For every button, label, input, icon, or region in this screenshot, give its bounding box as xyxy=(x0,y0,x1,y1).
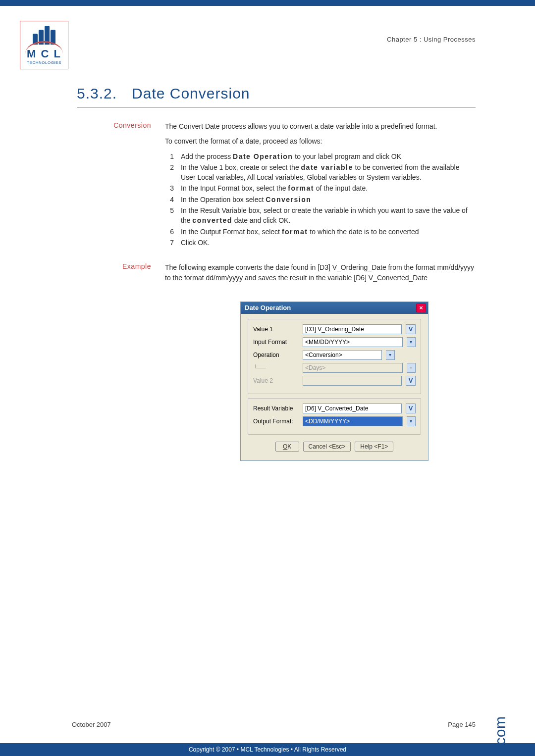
footer-date: October 2007 xyxy=(72,721,111,728)
label-operation: Operation xyxy=(253,352,299,358)
label-days-connector: └── xyxy=(253,364,299,371)
label-value1: Value 1 xyxy=(253,326,299,333)
step-emphasis: Conversion xyxy=(266,196,311,203)
section-number: 5.3.2. xyxy=(77,85,117,102)
step-text: In the Input Format box, select the form… xyxy=(181,183,476,193)
label-input-format: Input Format xyxy=(253,339,299,346)
dialog-title: Date Operation xyxy=(245,304,291,311)
step-number: 6 xyxy=(165,227,174,237)
input-format-select[interactable] xyxy=(303,337,403,347)
cancel-button[interactable]: Cancel <Esc> xyxy=(303,442,351,452)
step-item: 1Add the process Date Operation to your … xyxy=(165,151,476,161)
help-button[interactable]: Help <F1> xyxy=(355,442,393,452)
footer-page: Page 145 xyxy=(448,721,476,728)
chevron-down-icon: ▾ xyxy=(407,363,416,373)
variable-picker-button[interactable]: V xyxy=(406,324,416,334)
step-item: 3In the Input Format box, select the for… xyxy=(165,183,476,193)
days-select xyxy=(303,363,403,373)
result-variable-input[interactable] xyxy=(303,403,402,413)
operation-select[interactable] xyxy=(303,350,382,360)
step-number: 7 xyxy=(165,238,174,248)
step-emphasis: format xyxy=(282,228,308,236)
chapter-header: Chapter 5 : Using Processes xyxy=(387,36,476,43)
step-number: 4 xyxy=(165,195,174,204)
chevron-down-icon[interactable]: ▾ xyxy=(407,337,416,347)
step-emphasis: format xyxy=(288,184,314,192)
ok-button[interactable]: OK xyxy=(275,442,299,452)
date-operation-dialog: Date Operation × Value 1 V Input Format … xyxy=(240,302,428,461)
logo: M C L TECHNOLOGIES xyxy=(20,21,68,69)
close-icon[interactable]: × xyxy=(416,303,426,312)
conversion-label: Conversion xyxy=(72,121,151,249)
example-text: The following example converts the date … xyxy=(165,262,476,283)
label-result-variable: Result Variable xyxy=(253,405,299,412)
step-text: In the Value 1 box, create or select the… xyxy=(181,162,476,183)
value1-input[interactable] xyxy=(303,324,402,334)
step-item: 5In the Result Variable box, select or c… xyxy=(165,205,476,226)
step-item: 7Click OK. xyxy=(165,238,476,248)
chevron-down-icon[interactable]: ▾ xyxy=(407,416,416,426)
step-item: 4In the Operation box select Conversion xyxy=(165,195,476,204)
example-label: Example xyxy=(72,262,151,288)
step-number: 1 xyxy=(165,151,174,161)
content: 5.3.2. Date Conversion Conversion The Co… xyxy=(0,6,535,461)
conversion-block: Conversion The Convert Date process allo… xyxy=(72,121,476,249)
step-emphasis: date variable xyxy=(301,163,353,171)
step-text: In the Operation box select Conversion xyxy=(181,195,476,204)
conversion-lead: To convert the format of a date, proceed… xyxy=(165,136,476,146)
logo-sub: TECHNOLOGIES xyxy=(27,60,61,65)
top-border xyxy=(0,0,535,6)
step-text: Add the process Date Operation to your l… xyxy=(181,151,476,161)
conversion-intro: The Convert Date process allows you to c… xyxy=(165,121,476,131)
step-number: 3 xyxy=(165,183,174,193)
step-number: 5 xyxy=(165,205,174,226)
label-value2: Value 2 xyxy=(253,377,299,384)
variable-picker-button[interactable]: V xyxy=(406,376,416,386)
chevron-down-icon[interactable]: ▾ xyxy=(386,350,395,360)
page: M C L TECHNOLOGIES Chapter 5 : Using Pro… xyxy=(0,6,535,756)
variable-picker-button[interactable]: V xyxy=(406,403,416,413)
step-text: Click OK. xyxy=(181,238,476,248)
step-item: 2In the Value 1 box, create or select th… xyxy=(165,162,476,183)
section-name: Date Conversion xyxy=(132,85,250,102)
example-block: Example The following example converts t… xyxy=(72,262,476,288)
label-output-format: Output Format: xyxy=(253,418,299,425)
footer-line: October 2007 Page 145 xyxy=(72,721,476,728)
step-item: 6In the Output Format box, select format… xyxy=(165,227,476,237)
value2-input xyxy=(303,376,402,386)
step-number: 2 xyxy=(165,162,174,183)
step-emphasis: converted xyxy=(192,216,232,224)
section-title: 5.3.2. Date Conversion xyxy=(77,85,476,107)
conversion-steps: 1Add the process Date Operation to your … xyxy=(165,151,476,248)
step-text: In the Result Variable box, select or cr… xyxy=(181,205,476,226)
output-format-select[interactable] xyxy=(303,416,403,426)
step-emphasis: Date Operation xyxy=(233,152,293,160)
copyright-bar: Copyright © 2007 • MCL Technologies • Al… xyxy=(0,743,535,756)
step-text: In the Output Format box, select format … xyxy=(181,227,476,237)
